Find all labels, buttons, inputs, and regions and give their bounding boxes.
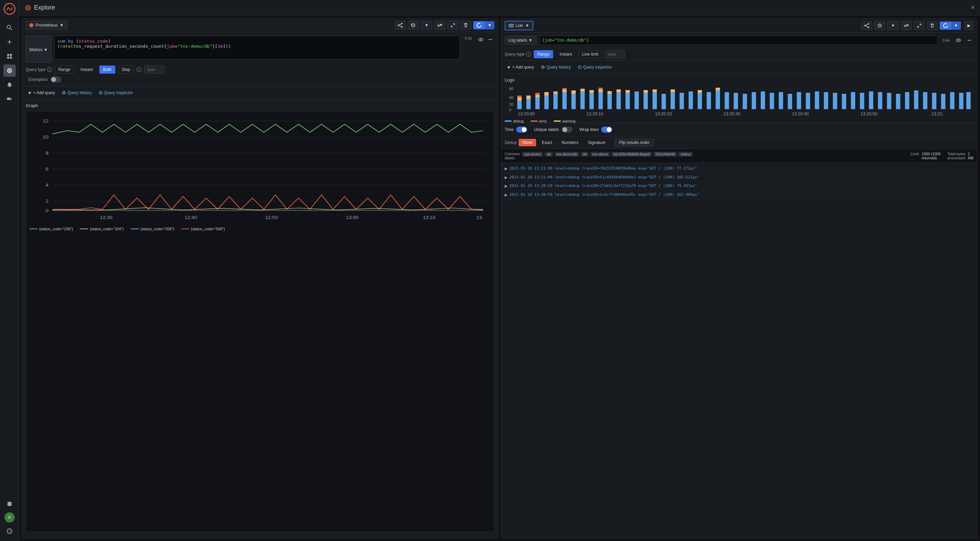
right-datasource-selector[interactable]: Loki ▼ xyxy=(505,21,533,30)
legend-item-500: {status_code="500"} xyxy=(181,227,225,231)
query-history-button[interactable]: Query history xyxy=(60,89,94,97)
right-query-type-info-icon: i xyxy=(526,52,531,57)
legend-label-204: {status_code="204"} xyxy=(90,227,124,231)
share-button[interactable] xyxy=(395,21,406,30)
right-query-option-instant[interactable]: Instant xyxy=(556,50,576,58)
exemplars-toggle[interactable] xyxy=(51,76,61,82)
svg-rect-126 xyxy=(770,93,774,109)
svg-rect-113 xyxy=(670,89,675,92)
remove-query-button[interactable] xyxy=(486,35,495,44)
sidebar-item-help[interactable]: ? xyxy=(3,525,16,537)
log-labels-button[interactable]: Log labels ▼ xyxy=(505,36,536,45)
metrics-button[interactable]: Metrics ▼ xyxy=(25,35,51,63)
svg-rect-144 xyxy=(932,93,936,109)
right-share-button[interactable] xyxy=(861,21,872,30)
shrink-button[interactable] xyxy=(447,21,458,30)
exemplars-row: Exemplars xyxy=(25,76,495,82)
right-link-button[interactable] xyxy=(901,21,912,30)
query-option-step[interactable]: Step xyxy=(118,65,134,74)
time-toggle[interactable] xyxy=(516,127,527,133)
right-inspector-icon xyxy=(578,65,582,69)
right-panel-toolbar: Loki ▼ ▼ xyxy=(501,19,977,33)
svg-text:i: i xyxy=(100,92,101,94)
svg-point-58 xyxy=(956,39,961,41)
play-button[interactable]: ▶ xyxy=(964,21,974,30)
query-option-instant[interactable]: Instant xyxy=(77,65,97,74)
right-history-icon xyxy=(877,23,882,28)
svg-rect-136 xyxy=(860,93,864,109)
query-option-both[interactable]: Both xyxy=(99,65,115,74)
svg-rect-135 xyxy=(851,92,856,109)
svg-rect-139 xyxy=(887,93,891,109)
right-delete-button[interactable] xyxy=(927,21,938,30)
logs-legend-error: error xyxy=(531,119,547,123)
right-history-dropdown[interactable]: ▼ xyxy=(887,21,899,30)
dedup-exact-button[interactable]: Exact xyxy=(538,139,556,146)
run-query-dropdown[interactable]: ▼ xyxy=(485,21,495,29)
right-query-time-badge: 0.6s xyxy=(940,38,952,43)
add-query-button[interactable]: + Add query xyxy=(25,89,57,97)
time-control-group: Time xyxy=(505,127,527,133)
svg-rect-105 xyxy=(625,90,630,93)
right-query-option-line-limit[interactable]: Line limit xyxy=(578,50,602,58)
line-limit-input[interactable] xyxy=(605,50,625,58)
sidebar-item-dashboards[interactable] xyxy=(3,50,16,62)
svg-rect-130 xyxy=(806,93,810,109)
link-button[interactable] xyxy=(434,21,445,30)
app-logo[interactable] xyxy=(3,3,16,15)
svg-rect-103 xyxy=(617,89,621,92)
tag-db: db xyxy=(545,152,553,157)
right-query-option-range[interactable]: Range xyxy=(534,50,553,58)
toggle-visibility-button[interactable] xyxy=(477,35,485,44)
svg-text:10: 10 xyxy=(43,135,49,140)
right-toggle-visibility-button[interactable] xyxy=(955,36,963,44)
dedup-numbers-button[interactable]: Numbers xyxy=(558,139,582,146)
sidebar-item-settings[interactable] xyxy=(3,498,16,510)
sidebar-item-search[interactable] xyxy=(3,22,16,34)
left-datasource-selector[interactable]: Prometheus ▼ xyxy=(25,21,68,30)
svg-text:13:20:20: 13:20:20 xyxy=(655,111,671,116)
history-dropdown[interactable]: ▼ xyxy=(421,21,432,30)
right-panel: Loki ▼ ▼ xyxy=(501,18,977,538)
svg-text:13:21:: 13:21: xyxy=(932,111,943,116)
flip-results-button[interactable]: Flip results order xyxy=(614,138,654,147)
right-run-query-button[interactable] xyxy=(940,22,951,30)
sidebar-item-alerts[interactable] xyxy=(3,79,16,91)
dedup-none-button[interactable]: None xyxy=(519,139,536,146)
svg-rect-94 xyxy=(581,89,585,91)
right-datasource-chevron: ▼ xyxy=(525,23,529,28)
right-query-type-label: Query type i xyxy=(505,52,531,57)
right-remove-query-button[interactable] xyxy=(965,36,974,44)
svg-point-10 xyxy=(9,70,10,71)
step-input[interactable] xyxy=(144,65,164,74)
svg-rect-84 xyxy=(544,95,549,109)
query-option-range[interactable]: Range xyxy=(55,65,74,74)
svg-rect-80 xyxy=(526,95,531,99)
unique-labels-toggle[interactable] xyxy=(562,127,573,133)
right-history-button[interactable] xyxy=(874,21,885,30)
log-entries: ▶ 2021-01-18 13:21:00 level=debug traceI… xyxy=(501,163,977,538)
right-query-history-button[interactable]: Query history xyxy=(539,63,573,71)
svg-rect-5 xyxy=(7,54,9,56)
log-query-input[interactable] xyxy=(539,35,938,45)
svg-rect-141 xyxy=(905,92,909,109)
right-query-inspector-button[interactable]: Query inspector xyxy=(576,63,614,71)
sidebar-item-cloud[interactable] xyxy=(3,93,16,105)
dedup-signature-button[interactable]: Signature xyxy=(584,139,609,146)
right-shrink-button[interactable] xyxy=(914,21,925,30)
right-run-query-dropdown[interactable]: ▼ xyxy=(951,22,961,30)
log-text-1: 2021-01-18 13:21:00 level=debug traceID=… xyxy=(509,166,697,171)
history-button[interactable] xyxy=(408,21,419,30)
close-button[interactable]: × xyxy=(971,4,975,11)
query-input-box[interactable]: sum by (status_code) (rate(tns_request_d… xyxy=(54,35,460,59)
run-query-button[interactable] xyxy=(473,21,485,29)
delete-button[interactable] xyxy=(460,21,471,30)
tag-tns-demo: tns-demo xyxy=(590,152,610,157)
sidebar-item-explore[interactable] xyxy=(3,65,16,77)
sidebar-item-add[interactable] xyxy=(3,36,16,48)
svg-text:13:20:50: 13:20:50 xyxy=(861,111,877,116)
right-add-query-button[interactable]: + Add query xyxy=(505,63,536,71)
query-inspector-button[interactable]: i Query inspector xyxy=(97,89,135,97)
wrap-lines-toggle[interactable] xyxy=(601,127,612,133)
user-avatar[interactable]: A xyxy=(5,512,15,523)
